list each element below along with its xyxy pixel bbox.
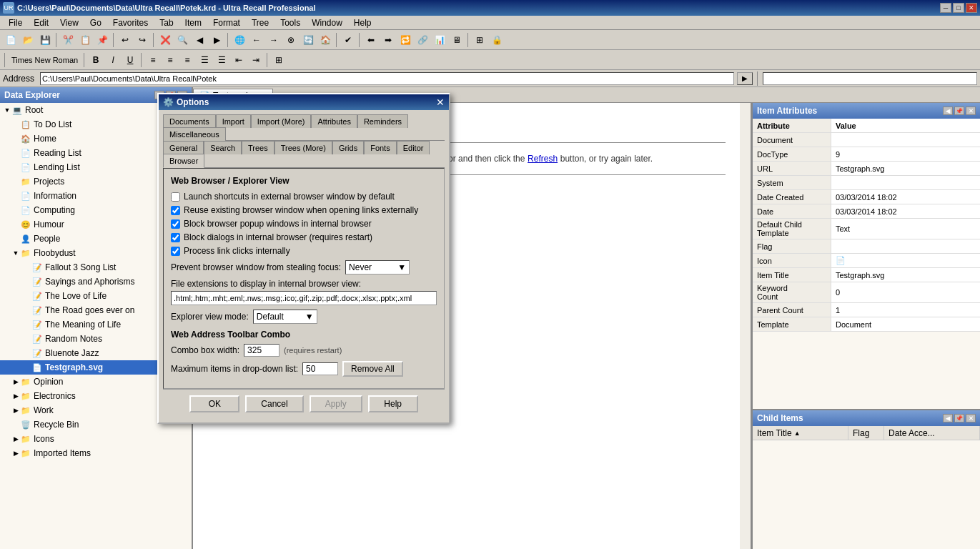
extra4[interactable]: 🔗: [415, 32, 430, 48]
underline-btn[interactable]: U: [122, 52, 138, 68]
bullets[interactable]: ☰: [197, 52, 212, 68]
ok-btn[interactable]: OK: [189, 395, 239, 412]
attr-float-btn[interactable]: ◀: [943, 107, 953, 115]
child-close-btn[interactable]: ✕: [966, 414, 976, 422]
paste-btn[interactable]: 📌: [94, 32, 110, 48]
child-panel-controls[interactable]: ◀ 📌 ✕: [943, 414, 976, 422]
extra5[interactable]: 📊: [432, 32, 447, 48]
apply-btn[interactable]: Apply: [310, 395, 362, 412]
dlg-tab-miscellaneous[interactable]: Miscellaneous: [163, 127, 226, 141]
stop-btn[interactable]: ⊗: [283, 32, 299, 48]
content-scrollbar[interactable]: [740, 103, 751, 549]
check-btn[interactable]: ✔: [340, 32, 356, 48]
child-float-btn[interactable]: ◀: [943, 414, 953, 422]
attr-close-btn[interactable]: ✕: [966, 107, 976, 115]
lock1[interactable]: 🔒: [489, 32, 505, 48]
dlg-tab-treesmore[interactable]: Trees (More): [274, 141, 332, 154]
align-center[interactable]: ≡: [162, 52, 178, 68]
dlg-tab-import[interactable]: Import: [216, 114, 251, 128]
menu-window[interactable]: Window: [306, 16, 348, 29]
menu-tools[interactable]: Tools: [274, 16, 306, 29]
delete-btn[interactable]: ❌: [157, 32, 173, 48]
attr-pin-btn[interactable]: 📌: [954, 107, 964, 115]
extra3[interactable]: 🔁: [397, 32, 413, 48]
menu-go[interactable]: Go: [84, 16, 107, 29]
bold-btn[interactable]: B: [88, 52, 104, 68]
dlg-tab-trees[interactable]: Trees: [242, 141, 274, 154]
menu-favorites[interactable]: Favorites: [107, 16, 154, 29]
dlg-tab-attributes[interactable]: Attributes: [311, 114, 357, 128]
italic-btn[interactable]: I: [105, 52, 121, 68]
max-items-input[interactable]: [302, 362, 338, 375]
menu-tree[interactable]: Tree: [246, 16, 274, 29]
nav-btn1[interactable]: ◀: [192, 32, 207, 48]
grid1[interactable]: ⊞: [472, 32, 487, 48]
numbers[interactable]: ☰: [214, 52, 229, 68]
globe-btn[interactable]: 🌐: [232, 32, 247, 48]
redo-btn[interactable]: ↪: [134, 32, 150, 48]
xml-refresh-link[interactable]: Refresh: [528, 154, 558, 164]
dlg-tab-importmore[interactable]: Import (More): [251, 114, 312, 128]
dialog-close-btn[interactable]: ✕: [436, 97, 445, 108]
cb-block-dialogs[interactable]: [171, 233, 180, 242]
dlg-tab-editor[interactable]: Editor: [397, 141, 430, 154]
options-dialog[interactable]: ⚙️ Options ✕ Documents Import Import (Mo…: [157, 93, 450, 424]
save-btn[interactable]: 💾: [37, 32, 53, 48]
copy-btn[interactable]: 📋: [77, 32, 93, 48]
search-input[interactable]: [763, 72, 977, 85]
dlg-tab-reminders[interactable]: Reminders: [357, 114, 408, 128]
menu-help[interactable]: Help: [348, 16, 377, 29]
child-col-date[interactable]: Date Acce...: [884, 426, 980, 440]
close-button[interactable]: ✕: [966, 3, 977, 13]
cb-process-links[interactable]: [171, 247, 180, 256]
refresh-btn[interactable]: 🔄: [300, 32, 316, 48]
tree-item-icons[interactable]: ▶ 📁 Icons: [0, 432, 192, 446]
table-btn[interactable]: ⊞: [271, 52, 287, 68]
address-input[interactable]: [40, 72, 734, 85]
dlg-tab-fonts[interactable]: Fonts: [364, 141, 397, 154]
address-go-button[interactable]: ▶: [737, 72, 753, 85]
extra1[interactable]: ⬅: [363, 32, 379, 48]
cb-external-browser[interactable]: [171, 192, 180, 202]
child-col-flag[interactable]: Flag: [848, 426, 884, 440]
extra2[interactable]: ➡: [380, 32, 396, 48]
nav-btn2[interactable]: ▶: [209, 32, 224, 48]
menu-item[interactable]: Item: [179, 16, 207, 29]
cancel-btn[interactable]: Cancel: [245, 395, 303, 412]
menu-tab[interactable]: Tab: [154, 16, 179, 29]
indent-in[interactable]: ⇥: [248, 52, 264, 68]
child-pin-btn[interactable]: 📌: [954, 414, 964, 422]
focus-dropdown[interactable]: Never ▼: [345, 260, 410, 274]
help-btn[interactable]: Help: [368, 395, 418, 412]
remove-all-btn[interactable]: Remove All: [342, 361, 403, 377]
menu-edit[interactable]: Edit: [28, 16, 54, 29]
back-btn[interactable]: ←: [249, 32, 264, 48]
cut-btn[interactable]: ✂️: [60, 32, 76, 48]
dlg-tab-documents[interactable]: Documents: [163, 114, 216, 128]
combo-width-input[interactable]: [244, 344, 279, 357]
attr-panel-controls[interactable]: ◀ 📌 ✕: [943, 107, 976, 115]
menu-format[interactable]: Format: [207, 16, 246, 29]
extra6[interactable]: 🖥: [449, 32, 465, 48]
explorer-mode-dropdown[interactable]: Default ▼: [253, 310, 317, 324]
tree-item-imported[interactable]: ▶ 📁 Imported Items: [0, 446, 192, 460]
maximize-button[interactable]: □: [953, 3, 964, 13]
window-controls[interactable]: ─ □ ✕: [940, 3, 977, 13]
dlg-tab-browser[interactable]: Browser: [163, 154, 204, 168]
dlg-tab-search[interactable]: Search: [204, 141, 242, 154]
minimize-button[interactable]: ─: [940, 3, 951, 13]
cb-block-popup[interactable]: [171, 219, 180, 229]
align-left[interactable]: ≡: [145, 52, 161, 68]
cb-reuse-browser[interactable]: [171, 206, 180, 215]
undo-btn[interactable]: ↩: [117, 32, 133, 48]
fwd-btn[interactable]: →: [266, 32, 282, 48]
new-btn[interactable]: 📄: [3, 32, 19, 48]
open-btn[interactable]: 📂: [20, 32, 36, 48]
dlg-tab-grids[interactable]: Grids: [332, 141, 364, 154]
indent-out[interactable]: ⇤: [231, 52, 247, 68]
find-btn[interactable]: 🔍: [174, 32, 190, 48]
menu-file[interactable]: File: [3, 16, 28, 29]
menu-view[interactable]: View: [54, 16, 84, 29]
child-col-title[interactable]: Item Title ▲: [753, 426, 848, 440]
font-name[interactable]: Times New Roman: [9, 56, 81, 64]
